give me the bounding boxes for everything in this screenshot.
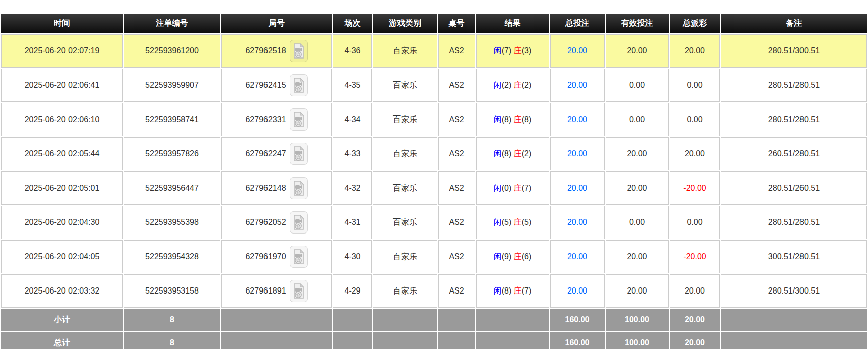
bet-id-cell: 522593961200 bbox=[124, 34, 220, 68]
session-cell: 4-31 bbox=[333, 206, 372, 239]
video-replay-button[interactable] bbox=[290, 40, 308, 62]
column-header-valid-bet: 有效投注 bbox=[606, 14, 669, 33]
empty-cell bbox=[721, 309, 867, 331]
table-footer: 小计 8 160.00 100.00 20.00 总计 8 1 bbox=[1, 309, 867, 349]
empty-cell bbox=[333, 309, 372, 331]
round-id-wrap: 627962415 bbox=[224, 74, 329, 96]
valid-bet-cell: 0.00 bbox=[606, 103, 669, 136]
subtotal-label: 小计 bbox=[1, 309, 123, 331]
total-bet-cell[interactable]: 20.00 bbox=[550, 274, 605, 308]
valid-bet-cell: 20.00 bbox=[606, 274, 669, 308]
round-id-cell: 627962247 bbox=[221, 137, 332, 170]
bet-records-page: 时间 注单编号 局号 场次 游戏类别 桌号 结果 总投注 有效投注 总派彩 备注… bbox=[0, 0, 868, 349]
table-no-cell: AS2 bbox=[438, 240, 475, 273]
banker-result-label: 庄 bbox=[514, 115, 522, 124]
video-icon bbox=[292, 249, 305, 265]
player-result-value: (9) bbox=[502, 252, 512, 261]
payout-cell: 20.00 bbox=[670, 34, 720, 68]
session-cell: 4-32 bbox=[333, 171, 372, 205]
video-replay-button[interactable] bbox=[290, 143, 308, 165]
player-result-value: (8) bbox=[502, 115, 512, 124]
total-bet-cell[interactable]: 20.00 bbox=[550, 206, 605, 239]
session-cell: 4-34 bbox=[333, 103, 372, 136]
video-replay-button[interactable] bbox=[290, 211, 308, 234]
column-header-time: 时间 bbox=[1, 14, 123, 33]
total-bet-cell[interactable]: 20.00 bbox=[550, 240, 605, 273]
subtotal-valid-bet: 100.00 bbox=[606, 309, 669, 331]
session-cell: 4-35 bbox=[333, 69, 372, 102]
banker-result-value: (3) bbox=[522, 46, 532, 55]
grand-total-payout: 20.00 bbox=[670, 332, 720, 349]
empty-cell bbox=[476, 309, 549, 331]
player-result-value: (5) bbox=[502, 218, 512, 226]
round-id-text: 627961970 bbox=[245, 252, 286, 261]
column-header-game-type: 游戏类别 bbox=[373, 14, 437, 33]
video-replay-button[interactable] bbox=[290, 280, 308, 302]
banker-result-label: 庄 bbox=[514, 286, 522, 295]
video-replay-button[interactable] bbox=[290, 246, 308, 268]
player-result-label: 闲 bbox=[494, 252, 502, 261]
round-id-text: 627961891 bbox=[245, 286, 286, 296]
table-no-cell: AS2 bbox=[438, 34, 475, 68]
column-header-table-no: 桌号 bbox=[438, 14, 475, 33]
round-id-cell: 627962331 bbox=[221, 103, 332, 136]
table-row: 2025-06-20 02:04:05522593954328627961970… bbox=[1, 240, 867, 273]
session-cell: 4-33 bbox=[333, 137, 372, 170]
total-bet-cell[interactable]: 20.00 bbox=[550, 69, 605, 102]
empty-cell bbox=[438, 309, 475, 331]
result-cell: 闲(0) 庄(7) bbox=[476, 171, 549, 205]
grand-total-total-bet: 160.00 bbox=[550, 332, 605, 349]
empty-cell bbox=[333, 332, 372, 349]
round-id-wrap: 627962331 bbox=[224, 108, 329, 131]
player-result-label: 闲 bbox=[494, 149, 502, 158]
empty-cell bbox=[438, 332, 475, 349]
video-icon bbox=[292, 283, 305, 299]
round-id-wrap: 627962247 bbox=[224, 143, 329, 165]
round-id-cell: 627961970 bbox=[221, 240, 332, 273]
result-cell: 闲(8) 庄(8) bbox=[476, 103, 549, 136]
bet-id-cell: 522593954328 bbox=[124, 240, 220, 273]
banker-result-label: 庄 bbox=[514, 252, 522, 261]
total-bet-cell[interactable]: 20.00 bbox=[550, 137, 605, 170]
total-bet-cell[interactable]: 20.00 bbox=[550, 171, 605, 205]
time-cell: 2025-06-20 02:05:01 bbox=[1, 171, 123, 205]
video-icon bbox=[292, 77, 305, 93]
column-header-result: 结果 bbox=[476, 14, 549, 33]
session-cell: 4-30 bbox=[333, 240, 372, 273]
table-no-cell: AS2 bbox=[438, 206, 475, 239]
valid-bet-cell: 20.00 bbox=[606, 34, 669, 68]
grand-total-label: 总计 bbox=[1, 332, 123, 349]
player-result-value: (8) bbox=[502, 149, 512, 158]
payout-cell: -20.00 bbox=[670, 240, 720, 273]
player-result-value: (0) bbox=[502, 184, 512, 192]
remark-cell: 280.51/280.51 bbox=[721, 69, 867, 102]
subtotal-row: 小计 8 160.00 100.00 20.00 bbox=[1, 309, 867, 331]
payout-cell: 0.00 bbox=[670, 206, 720, 239]
empty-cell bbox=[476, 332, 549, 349]
bet-id-cell: 522593956447 bbox=[124, 171, 220, 205]
video-replay-button[interactable] bbox=[290, 108, 308, 131]
subtotal-payout: 20.00 bbox=[670, 309, 720, 331]
banker-result-value: (7) bbox=[522, 286, 532, 295]
player-result-label: 闲 bbox=[494, 46, 502, 55]
video-replay-button[interactable] bbox=[290, 177, 308, 199]
banker-result-label: 庄 bbox=[514, 81, 522, 89]
table-row: 2025-06-20 02:06:10522593958741627962331… bbox=[1, 103, 867, 136]
video-icon bbox=[292, 146, 305, 162]
total-bet-cell[interactable]: 20.00 bbox=[550, 34, 605, 68]
banker-result-label: 庄 bbox=[514, 184, 522, 192]
remark-cell: 280.51/300.51 bbox=[721, 274, 867, 308]
banker-result-value: (6) bbox=[522, 252, 532, 261]
column-header-bet-id: 注单编号 bbox=[124, 14, 220, 33]
time-cell: 2025-06-20 02:06:41 bbox=[1, 69, 123, 102]
banker-result-value: (2) bbox=[522, 81, 532, 89]
video-replay-button[interactable] bbox=[290, 74, 308, 96]
player-result-value: (7) bbox=[502, 46, 512, 55]
round-id-wrap: 627962518 bbox=[224, 40, 329, 62]
game-type-cell: 百家乐 bbox=[373, 103, 437, 136]
total-bet-cell[interactable]: 20.00 bbox=[550, 103, 605, 136]
valid-bet-cell: 0.00 bbox=[606, 69, 669, 102]
round-id-text: 627962052 bbox=[245, 218, 286, 227]
table-row: 2025-06-20 02:06:41522593959907627962415… bbox=[1, 69, 867, 102]
result-cell: 闲(8) 庄(2) bbox=[476, 137, 549, 170]
